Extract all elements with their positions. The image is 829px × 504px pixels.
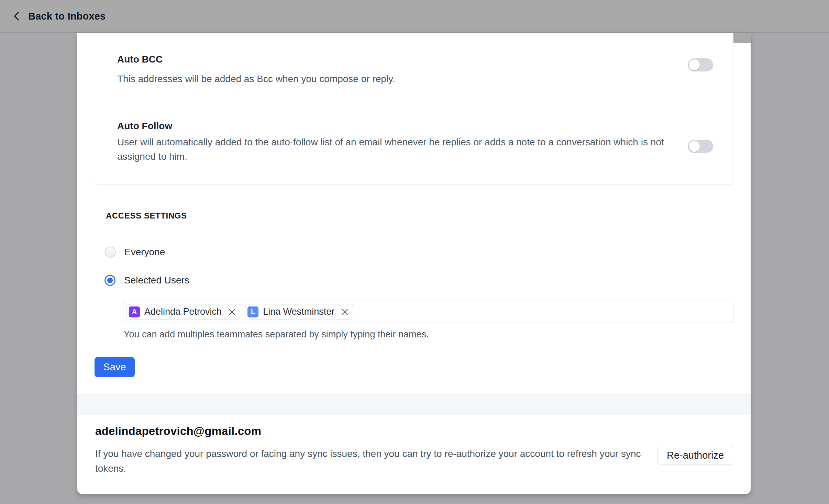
radio-selected-users-label: Selected Users [124,275,189,286]
user-avatar: L [247,306,258,317]
back-label: Back to Inboxes [28,11,106,22]
mail-options-card: Auto BCC This addresses will be added as… [95,33,733,185]
auto-follow-title: Auto Follow [117,121,172,132]
chips-helper-text: You can add multiples teammates separate… [124,329,429,340]
settings-panel: Auto BCC This addresses will be added as… [77,33,751,494]
reauthorize-button[interactable]: Re-authorize [657,446,733,465]
chevron-left-icon [12,10,22,22]
auto-bcc-title: Auto BCC [117,54,163,65]
radio-option-selected-users[interactable]: Selected Users [104,273,189,287]
access-settings-heading: ACCESS SETTINGS [106,211,187,221]
radio-everyone-label: Everyone [124,247,165,258]
row-divider [95,112,733,112]
radio-selected-users[interactable] [104,275,115,286]
remove-user-icon[interactable] [226,307,236,316]
back-to-inboxes-button[interactable]: Back to Inboxes [12,10,106,22]
user-chip-name: Lina Westminster [263,306,334,317]
top-bar: Back to Inboxes [0,0,829,33]
auto-bcc-toggle[interactable] [688,58,713,71]
user-chip-name: Adelinda Petrovich [144,306,222,317]
radio-everyone[interactable] [105,247,116,258]
toggle-knob [689,141,700,152]
account-email: adelindapetrovich@gmail.com [95,425,261,438]
save-button[interactable]: Save [95,357,135,377]
user-avatar: A [129,306,140,317]
auto-follow-toggle[interactable] [688,140,713,153]
auto-bcc-description: This addresses will be added as Bcc when… [117,72,395,86]
section-divider-band [77,394,751,415]
user-chip: A Adelinda Petrovich [126,304,241,320]
reauthorize-description: If you have changed your password or fac… [95,446,657,476]
radio-option-everyone[interactable]: Everyone [105,245,165,259]
toggle-knob [689,59,700,70]
remove-user-icon[interactable] [339,307,349,316]
selected-users-input[interactable]: A Adelinda Petrovich L Lina Westminster [123,301,733,323]
user-chip: L Lina Westminster [245,304,354,320]
auto-follow-description: User will automatically added to the aut… [117,135,691,164]
